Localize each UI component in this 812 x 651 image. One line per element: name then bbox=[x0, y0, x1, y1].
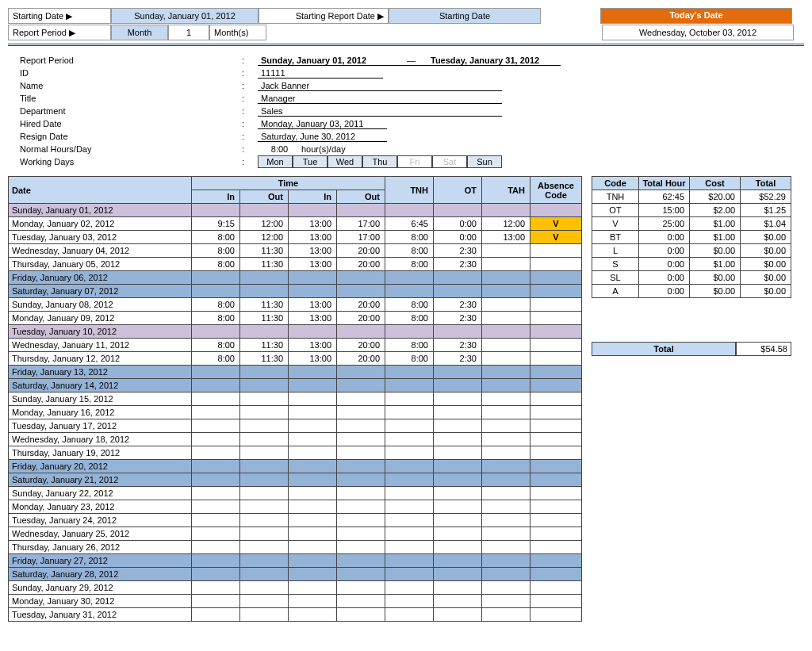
working-days: MonTueWedThuFriSatSun bbox=[258, 155, 502, 168]
table-row: Friday, January 06, 2012 bbox=[9, 271, 582, 285]
col-out1: Out bbox=[240, 190, 289, 204]
table-row: Friday, January 20, 2012 bbox=[9, 460, 582, 473]
sum-total: Total bbox=[741, 177, 791, 190]
table-row: Monday, January 30, 2012 bbox=[9, 595, 582, 608]
table-row: Monday, January 09, 20128:0011:3013:0020… bbox=[9, 312, 582, 325]
title-value: Manager bbox=[258, 94, 502, 104]
hours-suffix: hour(s)/day bbox=[301, 144, 346, 154]
summary-row: OT15:00$2.00$1.25 bbox=[592, 204, 791, 217]
sum-code: Code bbox=[592, 177, 639, 190]
table-row: Sunday, January 29, 2012 bbox=[9, 581, 582, 595]
table-row: Tuesday, January 10, 2012 bbox=[9, 325, 582, 339]
wd-tue: Tue bbox=[293, 155, 327, 168]
summary-row: A0:00$0.00$0.00 bbox=[592, 285, 791, 298]
table-row: Monday, January 02, 20129:1512:0013:0017… bbox=[9, 217, 582, 231]
period-to: Tuesday, January 31, 2012 bbox=[427, 56, 561, 66]
table-row: Monday, January 23, 2012 bbox=[9, 500, 582, 514]
summary-row: S0:00$1.00$0.00 bbox=[592, 258, 791, 271]
today-value: Wednesday, October 03, 2012 bbox=[602, 25, 794, 40]
col-time: Time bbox=[192, 177, 385, 190]
attendance-table: Date Time TNH OT TAH Absence Code In Out… bbox=[8, 176, 582, 622]
summary-row: L0:00$0.00$0.00 bbox=[592, 244, 791, 258]
period-num[interactable]: 1 bbox=[168, 25, 209, 40]
summary-row: BT0:00$1.00$0.00 bbox=[592, 231, 791, 244]
table-row: Saturday, January 14, 2012 bbox=[9, 379, 582, 393]
employee-info: Report Period : Sunday, January 01, 2012… bbox=[20, 54, 804, 168]
col-tnh: TNH bbox=[385, 177, 434, 204]
table-row: Wednesday, January 11, 20128:0011:3013:0… bbox=[9, 339, 582, 352]
sum-cost: Cost bbox=[690, 177, 741, 190]
starting-report-label: Starting Report Date ▶ bbox=[259, 8, 389, 24]
col-date: Date bbox=[9, 177, 192, 204]
table-row: Thursday, January 12, 20128:0011:3013:00… bbox=[9, 352, 582, 366]
starting-date-value[interactable]: Sunday, January 01, 2012 bbox=[111, 8, 259, 24]
period-suffix: Month(s) bbox=[209, 25, 266, 40]
table-row: Wednesday, January 18, 2012 bbox=[9, 433, 582, 446]
table-row: Tuesday, January 24, 2012 bbox=[9, 514, 582, 527]
col-in1: In bbox=[192, 190, 240, 204]
report-period-label: Report Period ▶ bbox=[8, 25, 111, 40]
table-row: Friday, January 27, 2012 bbox=[9, 554, 582, 568]
table-row: Sunday, January 01, 2012 bbox=[9, 204, 582, 217]
table-row: Saturday, January 07, 2012 bbox=[9, 285, 582, 298]
id-label: ID bbox=[20, 68, 242, 78]
col-tah: TAH bbox=[482, 177, 530, 204]
starting-report-value[interactable]: Starting Date bbox=[389, 8, 541, 24]
wd-fri: Fri bbox=[397, 155, 432, 168]
table-row: Saturday, January 28, 2012 bbox=[9, 568, 582, 581]
table-row: Sunday, January 22, 2012 bbox=[9, 487, 582, 500]
col-in2: In bbox=[289, 190, 337, 204]
wd-wed: Wed bbox=[327, 155, 362, 168]
summary-panel: Code Total Hour Cost Total TNH62:45$20.0… bbox=[592, 176, 791, 356]
table-row: Thursday, January 19, 2012 bbox=[9, 446, 582, 460]
name-value: Jack Banner bbox=[258, 81, 502, 91]
hours-label: Normal Hours/Day bbox=[20, 144, 242, 154]
table-row: Saturday, January 21, 2012 bbox=[9, 473, 582, 487]
wd-thu: Thu bbox=[362, 155, 397, 168]
table-row: Sunday, January 15, 2012 bbox=[9, 393, 582, 406]
table-row: Tuesday, January 31, 2012 bbox=[9, 608, 582, 622]
table-row: Thursday, January 26, 2012 bbox=[9, 541, 582, 554]
dept-label: Department bbox=[20, 106, 242, 116]
col-ot: OT bbox=[434, 177, 482, 204]
wd-sun: Sun bbox=[467, 155, 502, 168]
grand-total-label: Total bbox=[592, 343, 736, 355]
table-row: Wednesday, January 25, 2012 bbox=[9, 527, 582, 541]
table-row: Wednesday, January 04, 20128:0011:3013:0… bbox=[9, 244, 582, 258]
hours-value: 8:00 bbox=[258, 144, 301, 154]
resign-label: Resign Date bbox=[20, 132, 242, 141]
resign-value: Saturday, June 30, 2012 bbox=[258, 132, 387, 142]
name-label: Name bbox=[20, 81, 242, 90]
starting-date-label: Starting Date ▶ bbox=[8, 8, 111, 24]
sum-hour: Total Hour bbox=[639, 177, 690, 190]
table-row: Thursday, January 05, 20128:0011:3013:00… bbox=[9, 258, 582, 271]
period-from: Sunday, January 01, 2012 bbox=[258, 56, 395, 66]
wd-label: Working Days bbox=[20, 157, 242, 167]
id-value: 11111 bbox=[258, 68, 383, 79]
wd-sat: Sat bbox=[432, 155, 467, 168]
table-row: Monday, January 16, 2012 bbox=[9, 406, 582, 419]
table-row: Tuesday, January 17, 2012 bbox=[9, 419, 582, 433]
col-out2: Out bbox=[337, 190, 385, 204]
grand-total: Total $54.58 bbox=[592, 342, 791, 356]
wd-mon: Mon bbox=[258, 155, 293, 168]
summary-row: SL0:00$0.00$0.00 bbox=[592, 271, 791, 285]
hired-label: Hired Date bbox=[20, 119, 242, 128]
hired-value: Monday, January 03, 2011 bbox=[258, 119, 387, 129]
top-bar: Starting Date ▶ Sunday, January 01, 2012… bbox=[8, 8, 804, 40]
period-unit[interactable]: Month bbox=[111, 25, 168, 40]
table-row: Tuesday, January 03, 20128:0012:0013:001… bbox=[9, 231, 582, 244]
dept-value: Sales bbox=[258, 106, 502, 117]
col-abs: Absence Code bbox=[530, 177, 582, 204]
period-label: Report Period bbox=[20, 56, 242, 65]
table-row: Friday, January 13, 2012 bbox=[9, 366, 582, 379]
summary-row: TNH62:45$20.00$52.29 bbox=[592, 190, 791, 204]
today-label: Today's Date bbox=[600, 8, 792, 24]
grand-total-value: $54.58 bbox=[736, 343, 791, 355]
summary-table: Code Total Hour Cost Total TNH62:45$20.0… bbox=[592, 176, 791, 298]
table-row: Sunday, January 08, 20128:0011:3013:0020… bbox=[9, 298, 582, 312]
title-label: Title bbox=[20, 94, 242, 103]
summary-row: V25:00$1.00$1.04 bbox=[592, 217, 791, 231]
